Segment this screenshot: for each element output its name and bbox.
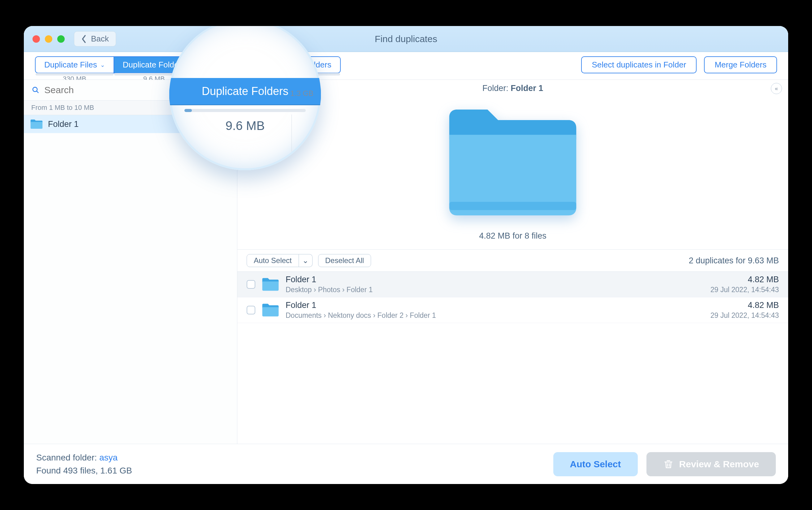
magnifier-size-label: 9.6 MB bbox=[226, 119, 265, 133]
folder-preview: 4.82 MB for 8 files bbox=[237, 97, 788, 249]
body: From 1 MB to 10 MB Folder 1 9.63 MB 2 Fo… bbox=[24, 80, 788, 444]
window-title: Find duplicates bbox=[375, 34, 437, 44]
footer-auto-select-button[interactable]: Auto Select bbox=[553, 452, 638, 476]
fullscreen-window-icon[interactable] bbox=[57, 35, 65, 43]
review-remove-button[interactable]: Review & Remove bbox=[646, 452, 776, 476]
minimize-window-icon[interactable] bbox=[45, 35, 52, 43]
close-window-icon[interactable] bbox=[32, 35, 40, 43]
trash-icon bbox=[663, 459, 674, 470]
tab-label: Duplicate Files bbox=[44, 60, 97, 69]
row-date: 29 Jul 2022, 14:54:43 bbox=[710, 311, 779, 320]
select-duplicates-in-folder-button[interactable]: Select duplicates in Folder bbox=[581, 56, 697, 73]
row-size: 4.82 MB bbox=[710, 301, 779, 310]
magnifier-divider bbox=[291, 114, 292, 152]
back-label: Back bbox=[91, 34, 109, 44]
row-checkbox[interactable] bbox=[246, 306, 255, 314]
auto-select-segment: Auto Select ⌄ bbox=[246, 254, 313, 267]
app-window: Back Find duplicates Duplicate Files ⌄ 3… bbox=[24, 26, 788, 484]
duplicate-row[interactable]: Folder 1 Documents › Nektony docs › Fold… bbox=[237, 298, 788, 323]
row-name: Folder 1 bbox=[286, 301, 704, 310]
review-remove-label: Review & Remove bbox=[679, 459, 759, 470]
collapse-panel-button[interactable]: « bbox=[771, 83, 782, 94]
sidebar-item-name: Folder 1 bbox=[48, 119, 179, 129]
duplicates-toolbar: Auto Select ⌄ Deselect All 2 duplicates … bbox=[237, 249, 788, 272]
deselect-all-button[interactable]: Deselect All bbox=[318, 254, 371, 267]
row-path: Desktop › Photos › Folder 1 bbox=[286, 286, 704, 294]
scanned-folder-label: Scanned folder: bbox=[36, 453, 99, 462]
merge-folders-button[interactable]: Merge Folders bbox=[704, 56, 777, 73]
chevron-left-icon bbox=[81, 35, 87, 43]
folder-icon bbox=[261, 303, 280, 317]
auto-select-dropdown-button[interactable]: ⌄ bbox=[299, 254, 313, 267]
back-button[interactable]: Back bbox=[74, 31, 116, 47]
tab-duplicate-files[interactable]: Duplicate Files ⌄ 330 MB bbox=[35, 56, 114, 73]
header-folder-name: Folder 1 bbox=[511, 84, 543, 93]
row-name: Folder 1 bbox=[286, 275, 704, 284]
window-controls bbox=[32, 35, 65, 43]
row-checkbox[interactable] bbox=[246, 280, 255, 289]
row-date: 29 Jul 2022, 14:54:43 bbox=[710, 286, 779, 294]
folder-icon bbox=[261, 277, 280, 292]
magnifier-adjacent-size: 1.3 GB bbox=[290, 89, 314, 98]
footer-summary: Scanned folder: asya Found 493 files, 1.… bbox=[36, 451, 132, 477]
folder-large-icon bbox=[442, 103, 584, 221]
search-icon bbox=[32, 86, 39, 94]
preview-subtitle: 4.82 MB for 8 files bbox=[479, 231, 547, 241]
magnifier-progress-bar bbox=[184, 109, 306, 112]
svg-line-1 bbox=[36, 91, 38, 93]
row-path: Documents › Nektony docs › Folder 2 › Fo… bbox=[286, 311, 704, 320]
row-size: 4.82 MB bbox=[710, 275, 779, 284]
tab-actions: Select duplicates in Folder Merge Folder… bbox=[581, 56, 777, 73]
scanned-folder-link[interactable]: asya bbox=[99, 453, 118, 462]
footer: Scanned folder: asya Found 493 files, 1.… bbox=[24, 444, 788, 484]
chevron-down-icon: ⌄ bbox=[100, 62, 105, 68]
main-pane: Folder: Folder 1 « 4.82 MB for 8 files A… bbox=[237, 80, 788, 444]
header-prefix: Folder: bbox=[483, 84, 511, 93]
titlebar: Back Find duplicates bbox=[24, 26, 788, 52]
folder-icon bbox=[30, 118, 43, 130]
svg-rect-2 bbox=[449, 202, 576, 210]
chevron-down-icon: ⌄ bbox=[302, 256, 309, 264]
category-tabs: Duplicate Files ⌄ 330 MB Duplicate Folde… bbox=[24, 52, 788, 80]
auto-select-button[interactable]: Auto Select bbox=[246, 254, 299, 267]
duplicate-row[interactable]: Folder 1 Desktop › Photos › Folder 1 4.8… bbox=[237, 272, 788, 298]
duplicates-summary: 2 duplicates for 9.63 MB bbox=[689, 256, 779, 265]
svg-point-0 bbox=[33, 87, 37, 92]
footer-actions: Auto Select Review & Remove bbox=[553, 452, 776, 476]
chevron-double-left-icon: « bbox=[775, 85, 778, 92]
found-files-label: Found 493 files, 1.61 GB bbox=[36, 464, 132, 477]
